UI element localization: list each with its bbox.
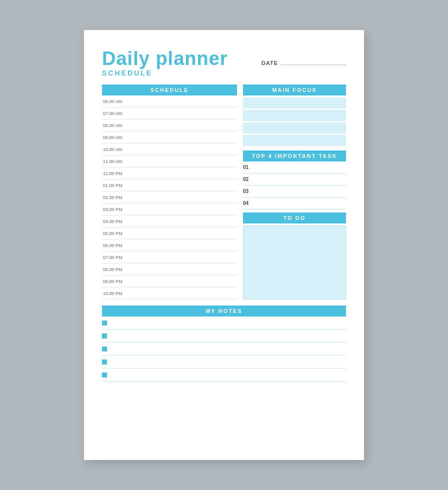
notes-section: MY NOTES: [102, 306, 346, 382]
note-row-4: [102, 356, 346, 368]
task-num-1: 01: [243, 164, 254, 170]
schedule-entry-line[interactable]: [128, 233, 237, 234]
task-row-4: 04: [243, 198, 346, 210]
note-line-4[interactable]: [111, 362, 346, 362]
page-title-main: Daily planner: [102, 48, 228, 70]
right-column: MAIN FOCUS TOP 4 IMPORTANT TASK 01 02: [243, 84, 346, 300]
page-title-sub: SChEDULe: [102, 70, 228, 76]
schedule-row: 07.00 PM: [102, 252, 237, 264]
focus-box-1[interactable]: [243, 98, 346, 108]
schedule-row: 05.00 PM: [102, 228, 237, 240]
schedule-entry-line[interactable]: [128, 221, 237, 222]
schedule-entry-line[interactable]: [128, 173, 237, 174]
schedule-row: 04.00 PM: [102, 216, 237, 228]
focus-box-2[interactable]: [243, 110, 346, 121]
schedule-entry-line[interactable]: [128, 209, 237, 210]
schedule-row: 07.00 AM: [102, 108, 237, 120]
time-label: 08.00 AM: [102, 123, 128, 128]
schedule-row: 06.00 PM: [102, 240, 237, 252]
schedule-row: 08.00 AM: [102, 120, 237, 132]
task-line-1[interactable]: [257, 167, 346, 168]
schedule-entry-line[interactable]: [128, 161, 237, 162]
task-num-4: 04: [243, 200, 254, 206]
time-label: 05.00 PM: [102, 231, 128, 236]
time-label: 10.00 AM: [102, 147, 128, 152]
schedule-entry-line[interactable]: [128, 293, 237, 294]
schedule-header: SCHEDULE: [102, 84, 237, 96]
time-label: 09.00 AM: [102, 135, 128, 140]
header: Daily planner SChEDULe DATE: [102, 48, 346, 76]
notes-rows: [102, 316, 346, 382]
task-line-2[interactable]: [257, 179, 346, 180]
schedule-row: 03.00 PM: [102, 204, 237, 216]
schedule-row: 10.00 PM: [102, 288, 237, 300]
note-line-2[interactable]: [111, 336, 346, 336]
todo-box[interactable]: [243, 226, 346, 300]
date-label: DATE: [262, 60, 278, 66]
focus-box-3[interactable]: [243, 122, 346, 134]
schedule-entry-line[interactable]: [128, 281, 237, 282]
note-bullet-4: [102, 360, 107, 364]
task-row-2: 02: [243, 174, 346, 186]
schedule-row: 01.00 PM: [102, 180, 237, 192]
note-row-2: [102, 330, 346, 342]
time-label: 04.00 PM: [102, 219, 128, 224]
schedule-entry-line[interactable]: [128, 269, 237, 270]
schedule-row: 08.00 PM: [102, 264, 237, 276]
main-focus-boxes: [243, 98, 346, 146]
schedule-row: 09.00 AM: [102, 132, 237, 144]
schedule-row: 09.00 PM: [102, 276, 237, 288]
task-row-1: 01: [243, 162, 346, 174]
schedule-entry-line[interactable]: [128, 125, 237, 126]
time-label: 07.00 AM: [102, 111, 128, 116]
schedule-entry-line[interactable]: [128, 149, 237, 150]
schedule-entry-line[interactable]: [128, 185, 237, 186]
schedule-entry-line[interactable]: [128, 197, 237, 198]
notes-header: MY NOTES: [102, 306, 346, 316]
schedule-row: 10.00 AM: [102, 144, 237, 156]
task-num-3: 03: [243, 188, 254, 194]
time-label: 07.00 PM: [102, 255, 128, 260]
note-bullet-2: [102, 334, 107, 338]
time-label: 09.00 PM: [102, 279, 128, 284]
schedule-rows: 06.00 AM 07.00 AM 08.00 AM 09.00 AM 10.0…: [102, 96, 237, 300]
schedule-entry-line[interactable]: [128, 101, 237, 102]
schedule-row: 12.00 PM: [102, 168, 237, 180]
task-num-2: 02: [243, 176, 254, 182]
task-line-4[interactable]: [257, 203, 346, 204]
schedule-entry-line[interactable]: [128, 137, 237, 138]
time-label: 10.00 PM: [102, 291, 128, 296]
date-line[interactable]: [281, 59, 346, 65]
note-row-3: [102, 342, 346, 356]
main-focus-header: MAIN FOCUS: [243, 84, 346, 96]
time-label: 02.00 PM: [102, 195, 128, 200]
time-label: 06.00 AM: [102, 99, 128, 104]
time-label: 06.00 PM: [102, 243, 128, 248]
time-label: 11.00 AM: [102, 159, 128, 164]
time-label: 08.00 PM: [102, 267, 128, 272]
top4-tasks: 01 02 03 04: [243, 162, 346, 210]
daily-planner-page: Daily planner SChEDULe DATE SCHEDULE 06.…: [84, 30, 364, 460]
note-line-5[interactable]: [111, 374, 346, 375]
task-line-3[interactable]: [257, 191, 346, 192]
schedule-entry-line[interactable]: [128, 245, 237, 246]
note-row-1: [102, 316, 346, 330]
note-row-5: [102, 368, 346, 382]
schedule-row: 06.00 AM: [102, 96, 237, 108]
note-bullet-3: [102, 346, 107, 352]
date-area: DATE: [262, 59, 346, 66]
schedule-row: 02.00 PM: [102, 192, 237, 204]
top4-header: TOP 4 IMPORTANT TASK: [243, 150, 346, 162]
todo-header: TO DO: [243, 212, 346, 224]
schedule-column: SCHEDULE 06.00 AM 07.00 AM 08.00 AM 09.0…: [102, 84, 237, 300]
focus-box-4[interactable]: [243, 135, 346, 146]
note-bullet-5: [102, 372, 107, 378]
schedule-entry-line[interactable]: [128, 257, 237, 258]
time-label: 12.00 PM: [102, 171, 128, 176]
note-line-1[interactable]: [111, 322, 346, 323]
note-line-3[interactable]: [111, 348, 346, 349]
time-label: 03.00 PM: [102, 207, 128, 212]
task-row-3: 03: [243, 186, 346, 198]
time-label: 01.00 PM: [102, 183, 128, 188]
schedule-entry-line[interactable]: [128, 113, 237, 114]
